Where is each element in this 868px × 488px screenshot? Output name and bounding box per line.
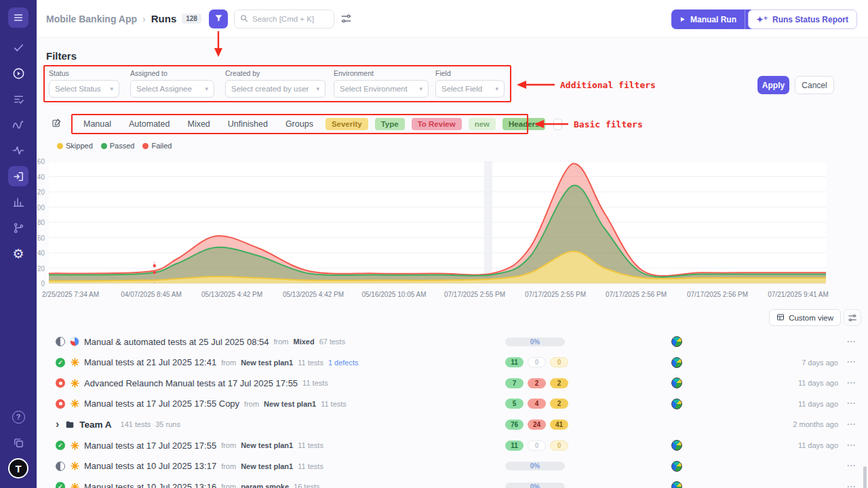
filter-chip-new[interactable]: new xyxy=(469,118,496,130)
group-tests-count: 141 tests xyxy=(121,420,151,428)
filter-tab-mixed[interactable]: Mixed xyxy=(182,119,215,129)
run-title[interactable]: Manual tests at 10 Jul 2025 13:17 xyxy=(84,461,216,471)
search-icon xyxy=(240,13,248,25)
scrollbar-thumb[interactable] xyxy=(863,466,867,488)
row-menu-button[interactable]: ⋯ xyxy=(844,356,859,368)
run-time: 11 days ago xyxy=(798,400,838,408)
help-icon[interactable]: ? xyxy=(8,407,28,427)
run-title[interactable]: Manual tests at 21 Jul 2025 12:41 xyxy=(84,357,216,367)
logo-avatar[interactable]: T xyxy=(8,458,28,479)
pulse-icon[interactable] xyxy=(8,140,28,161)
select-placeholder: Select Field xyxy=(441,85,482,93)
assigned-to-filter-select[interactable]: Select Assignee▾ xyxy=(130,80,214,98)
run-source: New test plan1 xyxy=(264,400,316,408)
from-label: from xyxy=(221,359,236,367)
group-row[interactable]: ›Team A141 tests35 runs7624412 months ag… xyxy=(37,414,868,434)
search-box[interactable] xyxy=(234,9,334,28)
runs-status-report-button[interactable]: ✦⁺ Runs Status Report xyxy=(748,9,857,29)
filter-label-status: Status xyxy=(49,69,119,77)
legend-item-passed: Passed xyxy=(101,142,135,150)
status-filter-select[interactable]: Select Status▾ xyxy=(49,80,119,98)
row-menu-button[interactable]: ⋯ xyxy=(844,376,859,388)
run-source: param smoke xyxy=(241,483,289,488)
filter-chip-type[interactable]: Type xyxy=(375,118,405,130)
run-source: New test plan1 xyxy=(241,462,293,470)
suites-list-icon[interactable] xyxy=(8,89,28,109)
filter-tab-groups[interactable]: Groups xyxy=(280,119,319,129)
filters-title: Filters xyxy=(46,50,77,62)
run-title[interactable]: Advanced Relaunch Manual tests at 17 Jul… xyxy=(84,378,298,388)
search-input[interactable] xyxy=(252,15,328,23)
filter-tab-unfinished[interactable]: Unfinished xyxy=(222,119,273,129)
cancel-button[interactable]: Cancel xyxy=(795,76,834,94)
group-runs-count: 35 runs xyxy=(155,420,180,428)
chevron-down-icon: ▾ xyxy=(205,85,208,92)
legend-item-failed: Failed xyxy=(142,142,172,150)
runs-list: Manual & automated tests at 25 Jul 2025 … xyxy=(37,331,868,488)
row-menu-button[interactable]: ⋯ xyxy=(844,418,859,430)
filter-chip-to-review[interactable]: To Review xyxy=(412,118,462,130)
runs-import-icon[interactable] xyxy=(8,166,28,186)
run-row[interactable]: Manual tests at 17 Jul 2025 17:55 Copyfr… xyxy=(37,394,868,414)
row-menu-button[interactable]: ⋯ xyxy=(844,480,859,488)
filter-chip-severity[interactable]: Severity xyxy=(326,118,368,130)
run-time: 11 days ago xyxy=(798,379,838,387)
trends-wave-icon[interactable] xyxy=(8,115,28,135)
custom-view-button[interactable]: Custom view xyxy=(769,309,841,326)
spark-icon xyxy=(70,462,79,471)
list-settings-icon[interactable] xyxy=(844,309,861,326)
filter-tab-manual[interactable]: Manual xyxy=(78,119,117,129)
filter-tab-automated[interactable]: Automated xyxy=(123,119,175,129)
run-play-icon[interactable] xyxy=(8,63,28,83)
tests-check-icon[interactable] xyxy=(8,37,28,58)
run-row[interactable]: Manual & automated tests at 25 Jul 2025 … xyxy=(37,331,868,352)
row-menu-button[interactable]: ⋯ xyxy=(844,335,859,347)
environment-filter-select[interactable]: Select Environment▾ xyxy=(334,80,429,98)
group-title[interactable]: Team A xyxy=(79,420,111,430)
field-filter-select[interactable]: Select Field▾ xyxy=(435,80,505,98)
row-menu-button[interactable]: ⋯ xyxy=(844,439,859,451)
analytics-bars-icon[interactable] xyxy=(8,192,28,212)
spark-icon xyxy=(70,358,79,367)
docs-copy-icon[interactable] xyxy=(8,432,28,453)
layout-icon xyxy=(776,313,785,323)
run-title[interactable]: Manual & automated tests at 25 Jul 2025 … xyxy=(84,337,269,347)
browser-icon xyxy=(671,461,682,472)
legend-dot-icon xyxy=(142,143,149,149)
failed-count-badge: 4 xyxy=(528,399,546,409)
x-tick-label: 2/25/2025 7:34 AM xyxy=(42,291,99,298)
menu-icon[interactable] xyxy=(8,7,28,28)
breadcrumb-page: Runs xyxy=(151,13,177,24)
run-row[interactable]: Manual tests at 10 Jul 2025 13:17fromNew… xyxy=(37,456,868,476)
select-placeholder: Select Assignee xyxy=(136,85,192,93)
x-tick-label: 07/17/2025 2:55 PM xyxy=(525,291,586,298)
defects-link[interactable]: 1 defects xyxy=(328,359,359,367)
tests-count: 11 tests xyxy=(321,400,347,408)
run-title[interactable]: Manual tests at 17 Jul 2025 17:55 Copy xyxy=(84,399,239,409)
run-row[interactable]: ✓Manual tests at 10 Jul 2025 13:16frompa… xyxy=(37,476,868,488)
row-menu-button[interactable]: ⋯ xyxy=(844,460,859,472)
from-label: from xyxy=(221,483,236,488)
branches-icon[interactable] xyxy=(8,218,28,238)
created-by-filter-select[interactable]: Select created by user▾ xyxy=(225,80,326,98)
chart-legend: SkippedPassedFailed xyxy=(57,142,172,150)
run-row[interactable]: ✓Manual tests at 17 Jul 2025 17:55fromNe… xyxy=(37,435,868,455)
advanced-search-icon[interactable] xyxy=(340,13,352,26)
status-in-progress-icon xyxy=(56,462,65,471)
manual-run-button[interactable]: Manual Run xyxy=(671,9,745,29)
apply-button[interactable]: Apply xyxy=(757,76,789,94)
run-title[interactable]: Manual tests at 10 Jul 2025 13:16 xyxy=(84,482,216,488)
edit-view-icon[interactable] xyxy=(52,118,62,131)
run-row[interactable]: Advanced Relaunch Manual tests at 17 Jul… xyxy=(37,373,868,393)
row-menu-button[interactable]: ⋯ xyxy=(844,397,859,409)
run-title[interactable]: Manual tests at 17 Jul 2025 17:55 xyxy=(84,441,216,451)
expand-chevron-icon[interactable]: › xyxy=(56,419,59,430)
breadcrumb-project[interactable]: Mobile Banking App xyxy=(46,14,137,24)
run-row[interactable]: ✓Manual tests at 21 Jul 2025 12:41fromNe… xyxy=(37,352,868,373)
filter-toggle-button[interactable] xyxy=(209,9,228,28)
passed-count-badge: 76 xyxy=(505,420,524,430)
settings-gear-icon[interactable]: ⚙ xyxy=(8,243,28,264)
spark-icon xyxy=(70,482,79,488)
from-label: from xyxy=(244,400,259,408)
select-placeholder: Select Environment xyxy=(340,85,408,93)
